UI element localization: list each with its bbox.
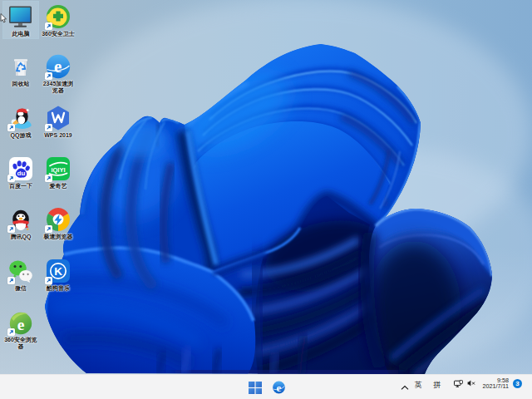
svg-text:e: e	[17, 316, 25, 333]
svg-text:iQIYI: iQIYI	[51, 166, 65, 174]
svg-text:e: e	[54, 57, 62, 76]
svg-text:du: du	[17, 170, 26, 177]
svg-text:e: e	[276, 382, 281, 394]
svg-text:K: K	[54, 265, 62, 278]
